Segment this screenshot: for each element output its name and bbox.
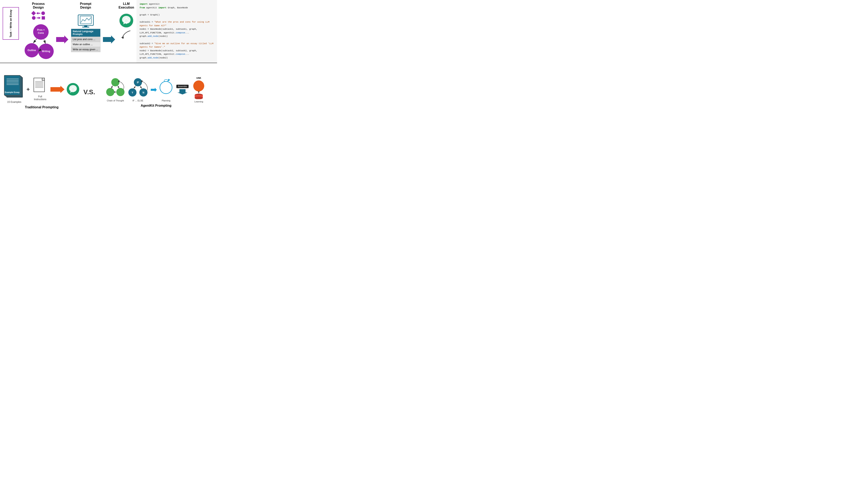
doc-line-6: [35, 87, 43, 88]
ifelse-svg: IF Y N: [127, 78, 149, 98]
planning-svg: [158, 78, 174, 98]
code-line-2: from agentkit import Graph, BaseNode: [140, 6, 214, 10]
unk-label: UNK: [196, 77, 201, 79]
doc-line-5: [35, 86, 43, 87]
svg-text:IF: IF: [137, 81, 139, 84]
bottom-section: Example Essay 15 Examples +: [0, 63, 217, 121]
task-box: Task -- Write an Essay: [3, 7, 19, 40]
doc-line-3: [35, 84, 43, 84]
prompt-row-1: List pros and cons ...: [71, 37, 100, 42]
learning-diagram: UNK Learning: [191, 77, 207, 103]
llm-section: LLM Execution: [116, 0, 136, 63]
process-to-prompt-arrow: [55, 16, 69, 63]
ifelse-label: IF ... ELSE: [132, 99, 143, 102]
code-line-1: import agentkit: [140, 2, 214, 6]
assemble-arrow-icon: [177, 89, 188, 95]
square-icon: [42, 16, 45, 20]
planning-label: Planning: [162, 99, 170, 102]
svg-line-35: [118, 86, 119, 88]
chatgpt-icon-bottom: [66, 83, 79, 96]
svg-line-10: [33, 39, 37, 43]
planning-diagram: Planning: [158, 78, 174, 102]
example-essays-stack: Example Essay 15 Examples: [4, 75, 24, 104]
teal-arrow-icon: [103, 35, 115, 44]
doc-corner: [42, 78, 44, 81]
arrow-right-small-icon: [37, 17, 41, 19]
svg-line-34: [111, 86, 113, 88]
svg-rect-15: [84, 25, 87, 27]
process-icons-row2: [32, 16, 45, 20]
agentkit-label: AgentKit Prompting: [141, 104, 172, 108]
svg-text:Writing: Writing: [42, 50, 50, 53]
svg-point-50: [193, 80, 204, 91]
paper-lines: [6, 79, 19, 86]
doc-line-4: [35, 85, 43, 85]
learning-svg: [191, 80, 207, 99]
paper-line-5: [6, 84, 19, 85]
svg-marker-0: [36, 12, 40, 15]
code-line-5: node1 = BaseNode(subtask1, subtask1, gra…: [140, 27, 214, 35]
assemble-section: Assemble: [176, 85, 189, 95]
doc-lines-area: [35, 81, 43, 89]
traditional-label: Traditional Prompting: [25, 106, 58, 109]
code-line-9: graph.add_node(node2): [140, 56, 214, 60]
purple-arrow-icon: [56, 35, 68, 44]
prompts-table: Natural LanguagePrompts List pros and co…: [71, 29, 100, 52]
example-essay-label: Example Essay: [4, 91, 20, 93]
ifelse-diagram: IF Y N IF ... ELSE: [127, 78, 149, 102]
examples-count-label: 15 Examples: [7, 101, 21, 104]
diamond-icon: [31, 11, 36, 16]
assemble-label: Assemble: [176, 85, 189, 88]
nodes-diagram: Pros + Cons Outline Writing: [23, 23, 54, 60]
doc-icon: [34, 78, 47, 94]
prompt-design-title: PromptDesign: [80, 2, 91, 9]
code-line-4: subtask1 = "What are the pros and cons f…: [140, 20, 214, 27]
circle-icon-sm: [41, 11, 45, 15]
arrow-left-icon: [36, 12, 40, 15]
svg-point-47: [160, 81, 172, 94]
paper-line-4: [6, 83, 19, 84]
code-section: import agentkit from agentkit import Gra…: [136, 0, 217, 63]
svg-marker-48: [177, 89, 188, 94]
process-design: ProcessDesign Pros + Cons Outline Writin…: [22, 0, 55, 63]
chatgpt-icon: [119, 13, 133, 28]
circle-icon-sm2: [32, 16, 36, 20]
cot-svg: [106, 78, 125, 98]
paper-line-3: [6, 81, 19, 82]
prompts-header: Natural LanguagePrompts: [71, 29, 100, 37]
svg-text:N: N: [143, 91, 144, 94]
learning-label: Learning: [194, 101, 203, 103]
traditional-area: Example Essay 15 Examples +: [4, 75, 79, 109]
orange-arrow-icon: [51, 85, 64, 93]
code-line-8: node2 = BaseNode(subtask2, subtask2, gra…: [140, 49, 214, 56]
prompt-design: PromptDesign Natural LanguagePrompts Lis…: [69, 0, 102, 63]
svg-line-45: [140, 86, 142, 89]
svg-text:Y: Y: [132, 91, 133, 94]
cot-label: Chain of Thought: [107, 99, 124, 102]
plus-sign: +: [26, 86, 30, 93]
chain-of-thought-diagram: Chain of Thought: [106, 78, 125, 102]
svg-text:Pros +: Pros +: [37, 29, 44, 31]
prompt-row-3: Write an essay given ...: [71, 47, 100, 52]
prompt-row-2: Make an outline ...: [71, 42, 100, 47]
code-line-6: graph.add_node(node1): [140, 35, 214, 38]
svg-line-11: [44, 39, 45, 44]
vs-label: V.S.: [84, 88, 95, 96]
curved-arrow-icon: [120, 30, 132, 40]
doc-body: [34, 78, 45, 92]
paper-front: Example Essay: [4, 75, 20, 95]
top-section: Task -- Write an Essay ProcessDesign Pro…: [0, 0, 217, 63]
prompt-to-llm-arrow: [102, 16, 116, 63]
svg-line-44: [134, 86, 136, 89]
svg-marker-1: [37, 17, 41, 19]
monitor-icon: [77, 15, 94, 28]
traditional-content: Example Essay 15 Examples +: [4, 75, 79, 104]
paper-line-1: [6, 79, 19, 79]
paper-line-2: [6, 80, 19, 81]
full-instructions-label: Full Instructions: [32, 95, 49, 101]
agentkit-area: Chain of Thought IF Y: [99, 77, 213, 108]
svg-text:Cons: Cons: [38, 32, 44, 34]
task-label: Task -- Write an Essay: [9, 9, 12, 37]
code-line-3: graph = Graph(): [140, 13, 214, 17]
process-icons: [32, 11, 45, 15]
